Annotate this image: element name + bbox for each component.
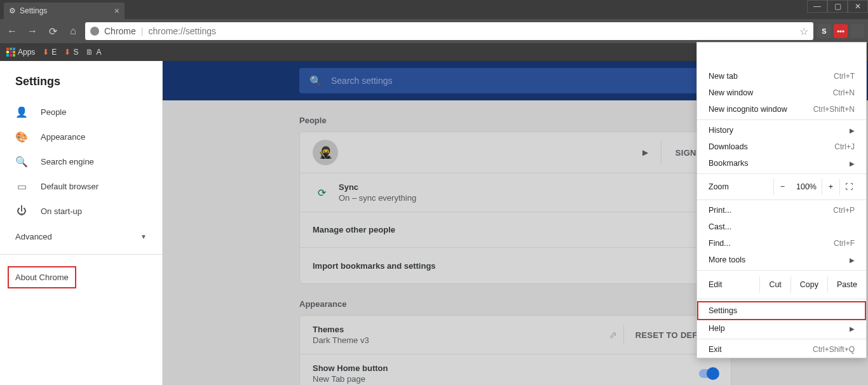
extension-icon-lastpass[interactable]: ••• [834, 24, 848, 38]
menu-more-tools[interactable]: More tools▶ [697, 252, 866, 268]
menu-new-tab[interactable]: New tabCtrl+T [697, 68, 866, 84]
apps-button[interactable]: Apps [6, 48, 35, 57]
profile-row[interactable]: 🥷 ▶ SIGN OUT [300, 132, 731, 173]
chevron-right-icon: ▶ [850, 325, 855, 332]
zoom-value: 100% [791, 182, 822, 191]
menu-history[interactable]: History▶ [697, 122, 866, 138]
manage-people-row[interactable]: Manage other people ▶ [300, 212, 731, 248]
sidebar-advanced[interactable]: Advanced ▼ [0, 223, 162, 250]
close-tab-icon[interactable]: × [114, 6, 119, 16]
menu-exit[interactable]: ExitCtrl+Shift+Q [697, 341, 866, 358]
forward-button[interactable]: → [24, 23, 41, 39]
power-icon: ⏻ [15, 205, 28, 217]
menu-incognito[interactable]: New incognito windowCtrl+Shift+N [697, 101, 866, 118]
chevron-right-icon: ▶ [642, 148, 648, 157]
sync-row[interactable]: ⟳ Sync On – sync everything ▶ [300, 173, 731, 212]
section-heading-appearance: Appearance [299, 299, 731, 309]
sidebar-item-startup[interactable]: ⏻ On start-up [0, 199, 162, 223]
window-close-button[interactable]: ✕ [848, 0, 868, 13]
search-icon: 🔍 [309, 75, 322, 87]
section-heading-people: People [299, 116, 731, 125]
chevron-down-icon: ▼ [140, 233, 147, 240]
menu-settings[interactable]: Settings [697, 301, 866, 320]
themes-row[interactable]: Themes Dark Theme v3 ⬀ RESET TO DEFAULT [300, 316, 731, 355]
star-icon[interactable]: ☆ [799, 25, 808, 37]
sidebar-item-appearance[interactable]: 🎨 Appearance [0, 125, 162, 149]
chevron-right-icon: ▶ [850, 160, 855, 167]
menu-paste[interactable]: Paste [827, 276, 866, 293]
back-button[interactable]: ← [4, 23, 20, 39]
search-input[interactable] [331, 76, 721, 86]
omnibox-url: chrome://settings [148, 26, 216, 36]
menu-copy[interactable]: Copy [790, 276, 827, 293]
avatar: 🥷 [313, 140, 338, 165]
sidebar: Settings 👤 People 🎨 Appearance 🔍 Search … [0, 61, 163, 385]
tab-title: Settings [20, 6, 47, 15]
home-button-row[interactable]: Show Home button New Tab page [300, 355, 731, 385]
palette-icon: 🎨 [15, 131, 28, 143]
home-button[interactable]: ⌂ [65, 23, 81, 39]
extension-icon-s[interactable]: S [817, 24, 831, 38]
chevron-right-icon: ▶ [850, 127, 855, 134]
menu-new-window[interactable]: New windowCtrl+N [697, 84, 866, 101]
window-minimize-button[interactable]: — [807, 0, 827, 13]
profile-icon[interactable] [850, 24, 864, 38]
omnibox-label: Chrome [104, 26, 136, 36]
page-title: Settings [0, 69, 162, 100]
bookmark-item[interactable]: 🗎A [86, 48, 101, 57]
search-icon: 🔍 [15, 156, 28, 168]
external-link-icon: ⬀ [609, 330, 617, 340]
bookmark-item[interactable]: ⬇S [64, 48, 78, 57]
chrome-icon [90, 27, 99, 36]
sidebar-item-people[interactable]: 👤 People [0, 100, 162, 125]
menu-print[interactable]: Print...Ctrl+P [697, 202, 866, 219]
zoom-in-button[interactable]: + [822, 179, 839, 195]
sidebar-item-search-engine[interactable]: 🔍 Search engine [0, 149, 162, 174]
search-settings[interactable]: 🔍 [299, 68, 731, 93]
person-icon: 👤 [15, 106, 28, 118]
zoom-out-button[interactable]: − [773, 179, 791, 195]
browser-tab[interactable]: ⚙ Settings × [4, 3, 125, 19]
chrome-menu: New tabCtrl+T New windowCtrl+N New incog… [696, 42, 867, 358]
window-controls: — ▢ ✕ [807, 0, 868, 13]
apps-grid-icon [6, 48, 15, 57]
menu-edit-row: Edit Cut Copy Paste [697, 273, 866, 297]
sidebar-about-chrome[interactable]: About Chrome [8, 266, 76, 288]
fullscreen-button[interactable]: ⛶ [839, 179, 858, 195]
window-maximize-button[interactable]: ▢ [827, 0, 848, 13]
import-bookmarks-row[interactable]: Import bookmarks and settings ▶ [300, 248, 731, 283]
sync-icon: ⟳ [318, 187, 326, 199]
menu-cut[interactable]: Cut [759, 276, 790, 293]
bookmark-item[interactable]: ⬇E [43, 48, 57, 57]
address-bar[interactable]: Chrome | chrome://settings ☆ [85, 22, 813, 40]
menu-bookmarks[interactable]: Bookmarks▶ [697, 155, 866, 172]
menu-find[interactable]: Find...Ctrl+F [697, 235, 866, 252]
menu-cast[interactable]: Cast... [697, 219, 866, 235]
reload-button[interactable]: ⟳ [44, 23, 61, 39]
chevron-right-icon: ▶ [850, 257, 855, 264]
menu-help[interactable]: Help▶ [697, 320, 866, 337]
menu-zoom: Zoom − 100% + ⛶ [697, 176, 866, 198]
browser-icon: ▭ [15, 180, 28, 192]
menu-downloads[interactable]: DownloadsCtrl+J [697, 138, 866, 155]
gear-icon: ⚙ [9, 6, 16, 15]
sidebar-item-default-browser[interactable]: ▭ Default browser [0, 174, 162, 199]
home-button-toggle[interactable] [699, 369, 718, 378]
